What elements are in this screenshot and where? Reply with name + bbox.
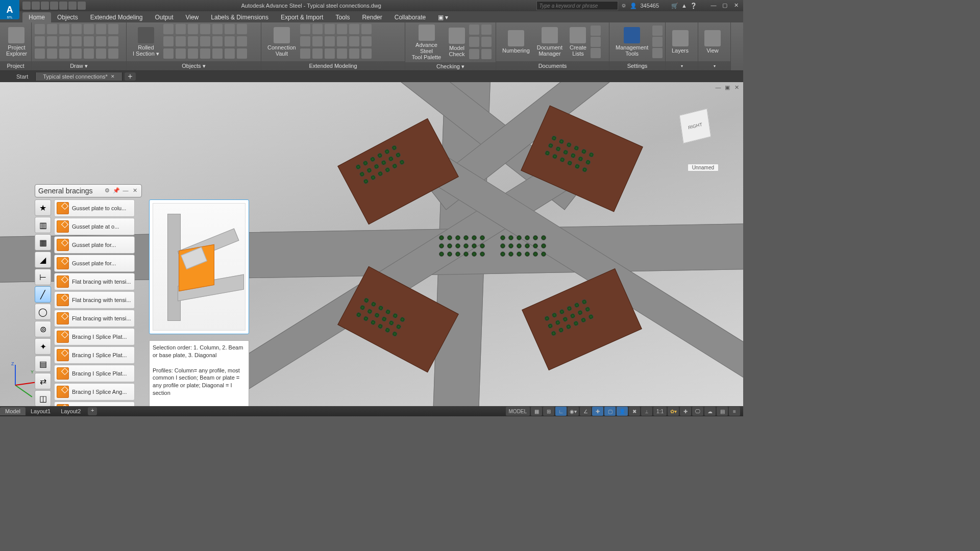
status-iso-icon[interactable]: ◉▾ <box>568 407 579 416</box>
doc-b-icon[interactable] <box>591 37 601 47</box>
vp-close-icon[interactable]: ✕ <box>733 84 740 91</box>
palette-item[interactable]: Bracing I Splice Plat... <box>54 346 135 364</box>
ribbon-group-checking-label[interactable]: Checking ▾ <box>405 62 496 70</box>
exchange-icon[interactable]: 🛒 <box>671 3 678 9</box>
copy-icon[interactable] <box>84 36 94 46</box>
palette-settings-icon[interactable]: ⚙ <box>104 187 111 194</box>
palette-item[interactable]: Gusset plate for... <box>54 255 135 272</box>
ribbon-group-draw-label[interactable]: Draw ▾ <box>32 61 126 70</box>
doc-manager-button[interactable]: Document Manager <box>534 26 566 58</box>
palette-item[interactable]: Bracing I Splice Ang... <box>54 402 135 406</box>
status-polar-icon[interactable]: ▢ <box>604 407 616 416</box>
revcloud-icon[interactable] <box>71 48 82 59</box>
ext-b-icon[interactable] <box>312 24 323 34</box>
polygon-icon[interactable] <box>35 48 45 59</box>
obj-o-icon[interactable] <box>237 48 247 59</box>
status-model-button[interactable]: MODEL <box>506 407 530 416</box>
palette-minimize-icon[interactable]: — <box>122 187 129 194</box>
status-gear-icon[interactable]: ✿▾ <box>668 407 679 416</box>
stretch-icon[interactable] <box>84 48 94 59</box>
ptab-bracings[interactable]: ╱ <box>35 286 51 303</box>
obj-i-icon[interactable] <box>212 48 223 59</box>
status-custom-icon[interactable]: ≡ <box>729 407 740 416</box>
tab-collaborate[interactable]: Collaborate <box>388 12 432 22</box>
tab-featured[interactable]: ▣ ▾ <box>432 12 454 22</box>
tab-objects[interactable]: Objects <box>51 12 84 22</box>
help-icon[interactable]: ❔ <box>690 3 697 9</box>
ptab-misc3[interactable]: ⇄ <box>35 373 51 389</box>
palette-item[interactable]: Flat bracing with tensi... <box>54 273 135 290</box>
ext-l-icon[interactable] <box>337 48 347 59</box>
ext-e-icon[interactable] <box>300 48 310 59</box>
ext-k-icon[interactable] <box>325 48 335 59</box>
bolt-icon[interactable] <box>176 36 186 46</box>
status-cloud-icon[interactable]: ☁ <box>704 407 716 416</box>
status-ortho-icon[interactable]: ✚ <box>592 407 603 416</box>
rotate-icon[interactable] <box>96 24 106 34</box>
region-icon[interactable] <box>47 48 57 59</box>
obj-f-icon[interactable] <box>212 36 223 46</box>
palette-item[interactable]: Gusset plate for... <box>54 236 135 254</box>
plate-icon[interactable] <box>163 36 174 46</box>
app-logo[interactable]: A STL <box>0 0 19 19</box>
weld-icon[interactable] <box>163 48 174 59</box>
ribbon-group-layers-expand[interactable] <box>666 61 698 70</box>
status-tab-layout2[interactable]: Layout2 <box>56 407 86 415</box>
status-grid-icon[interactable]: ▦ <box>531 407 542 416</box>
spline-icon[interactable] <box>59 36 69 46</box>
arc-icon[interactable] <box>59 24 69 34</box>
palette-pin-icon[interactable]: 📌 <box>113 187 120 194</box>
line-icon[interactable] <box>35 24 45 34</box>
ptab-bolts[interactable]: ⊚ <box>35 321 51 337</box>
layer-state-label[interactable]: Unnamed <box>688 164 719 171</box>
obj-g-icon[interactable] <box>188 48 198 59</box>
chk-f-icon[interactable] <box>481 49 492 59</box>
ext-f-icon[interactable] <box>312 48 323 59</box>
ext-a-icon[interactable] <box>300 24 310 34</box>
ext-g-icon[interactable] <box>325 24 335 34</box>
close-tab-icon[interactable]: ✕ <box>111 74 115 79</box>
tab-tools[interactable]: Tools <box>329 12 356 22</box>
ptab-misc2[interactable]: ▤ <box>35 356 51 372</box>
palette-item[interactable]: Gusset plate to colu... <box>54 199 135 217</box>
view-button[interactable]: View <box>701 29 724 55</box>
palette-close-icon[interactable]: ✕ <box>131 187 138 194</box>
chk-e-icon[interactable] <box>469 49 479 59</box>
status-plus-icon[interactable]: ✚ <box>680 407 691 416</box>
palette-item[interactable]: Flat bracing with tensi... <box>54 310 135 327</box>
tab-export[interactable]: Export & Import <box>275 12 329 22</box>
numbering-button[interactable]: Numbering <box>499 29 533 55</box>
obj-d-icon[interactable] <box>188 36 198 46</box>
hatch-icon[interactable] <box>71 36 82 46</box>
ribbon-group-view-expand[interactable] <box>698 61 730 70</box>
viewport[interactable]: — ▣ ✕ RIGHT Unnamed X Y Z General bracin… <box>0 82 743 406</box>
create-lists-button[interactable]: Create Lists <box>567 26 590 58</box>
palette-item[interactable]: Flat bracing with tensi... <box>54 291 135 309</box>
move-icon[interactable] <box>84 24 94 34</box>
user-icon[interactable]: 👤 <box>630 3 637 9</box>
model-check-button[interactable]: Model Check <box>446 27 468 58</box>
tab-labels[interactable]: Labels & Dimensions <box>205 12 275 22</box>
ext-m-icon[interactable] <box>349 24 359 34</box>
ext-j-icon[interactable] <box>337 36 347 46</box>
status-scale-button[interactable]: 1:1 <box>653 407 667 416</box>
ptab-tubes[interactable]: ◯ <box>35 304 51 320</box>
status-otrack-icon[interactable]: ✖ <box>629 407 640 416</box>
palette-item[interactable]: Bracing I Splice Ang... <box>54 383 135 400</box>
ext-i-icon[interactable] <box>325 36 335 46</box>
new-tab-button[interactable]: + <box>125 72 136 81</box>
vp-maximize-icon[interactable]: ▣ <box>724 84 731 91</box>
palette-item[interactable]: Bracing I Splice Plat... <box>54 328 135 345</box>
app-icon[interactable]: ▲ <box>681 3 687 9</box>
ptab-misc1[interactable]: ✦ <box>35 338 51 355</box>
ext-o-icon[interactable] <box>349 36 359 46</box>
set-c-icon[interactable] <box>652 48 663 58</box>
qat-save-icon[interactable] <box>41 2 49 10</box>
ptab-favorites[interactable]: ★ <box>35 199 51 216</box>
palette-item[interactable]: Bracing I Splice Plat... <box>54 365 135 382</box>
qat-print-icon[interactable] <box>59 2 67 10</box>
status-angle-icon[interactable]: ∠ <box>580 407 591 416</box>
status-dynucs-icon[interactable]: ⟂ <box>641 407 652 416</box>
layers-button[interactable]: Layers <box>669 29 692 55</box>
qat-new-icon[interactable] <box>22 2 31 10</box>
